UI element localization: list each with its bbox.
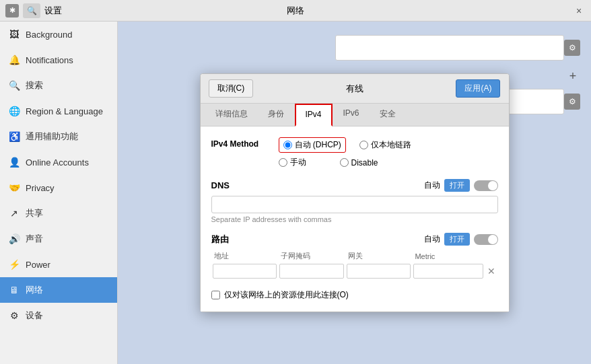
radio-link-local-label: 仅本地链路: [371, 139, 411, 151]
wired-dialog: 取消(C) 有线 应用(A) 详细信息 身份 IPv4 IPv6 安全 IPv: [200, 73, 510, 312]
radio-manual-input[interactable]: [279, 158, 287, 167]
ipv4-method-row: IPv4 Method 自动 (DHCP) 仅本地链路: [211, 137, 498, 168]
sidebar-item-background[interactable]: 🖼 Background: [0, 22, 117, 47]
dialog-tabs: 详细信息 身份 IPv4 IPv6 安全: [201, 104, 509, 126]
route-delete-button[interactable]: ✕: [486, 266, 497, 277]
route-subnet-input[interactable]: [279, 264, 344, 279]
sidebar-item-devices[interactable]: ⚙ 设备: [0, 303, 117, 328]
sidebar-item-power[interactable]: ⚡ Power: [0, 252, 117, 277]
radio-disable-label: Disable: [351, 158, 378, 168]
titlebar: ✱ 🔍 设置 网络 ×: [0, 0, 591, 22]
dns-auto-row: 自动 打开: [424, 179, 498, 192]
dns-section: DNS 自动 打开 Separate IP addresses with com…: [211, 179, 498, 223]
dns-section-header: DNS 自动 打开: [211, 179, 498, 192]
sidebar-item-region[interactable]: 🌐 Region & Language: [0, 98, 117, 124]
use-only-checkbox[interactable]: [211, 291, 220, 299]
online-accounts-icon: 👤: [8, 156, 20, 168]
sidebar-item-network[interactable]: 🖥 网络: [0, 277, 117, 303]
settings-icon: ✱: [5, 4, 19, 17]
radio-link-local[interactable]: 仅本地链路: [359, 137, 411, 153]
sidebar-item-label: Background: [26, 30, 72, 40]
radio-auto-dhcp-label: 自动 (DHCP): [295, 139, 341, 151]
dns-title: DNS: [211, 180, 230, 190]
radio-manual[interactable]: 手动: [279, 157, 306, 168]
sidebar-item-label: 通用辅助功能: [26, 131, 78, 143]
window-title: 网络: [287, 5, 304, 17]
close-button[interactable]: ×: [572, 4, 586, 17]
checkbox-label: 仅对该网络上的资源使用此连接(O): [224, 289, 349, 301]
routes-toggle-thumb: [488, 235, 497, 244]
sidebar-item-label: 搜索: [26, 79, 43, 92]
accessibility-icon: ♿: [8, 131, 20, 143]
sidebar-item-label: 共享: [26, 207, 43, 219]
tab-security[interactable]: 安全: [370, 104, 405, 126]
radio-disable[interactable]: Disable: [340, 157, 378, 168]
radio-auto-dhcp-input[interactable]: [283, 141, 292, 149]
cancel-button[interactable]: 取消(C): [209, 79, 254, 98]
dns-input[interactable]: [211, 196, 498, 213]
route-gateway-input[interactable]: [347, 264, 411, 279]
sidebar-item-label: 网络: [26, 284, 43, 296]
sidebar-item-notifications[interactable]: 🔔 Notifications: [0, 47, 117, 73]
devices-icon: ⚙: [8, 310, 20, 322]
sidebar-item-sharing[interactable]: ↗ 共享: [0, 201, 117, 226]
sidebar-item-label: 声音: [26, 233, 43, 245]
method-options: 自动 (DHCP) 仅本地链路 手动: [279, 137, 411, 168]
dialog-content: IPv4 Method 自动 (DHCP) 仅本地链路: [201, 126, 509, 312]
tab-ipv6[interactable]: IPv6: [334, 104, 369, 126]
radio-auto-dhcp[interactable]: 自动 (DHCP): [279, 137, 346, 153]
dns-toggle-track[interactable]: [474, 180, 498, 191]
sidebar-item-accessibility[interactable]: ♿ 通用辅助功能: [0, 124, 117, 149]
sidebar-item-label: Notifications: [26, 55, 73, 65]
search-button[interactable]: 🔍: [23, 3, 40, 18]
radio-link-local-input[interactable]: [359, 141, 368, 149]
main-container: 🖼 Background 🔔 Notifications 🔍 搜索 🌐 Regi…: [0, 22, 591, 364]
sharing-icon: ↗: [8, 207, 20, 219]
sidebar-item-search[interactable]: 🔍 搜索: [0, 73, 117, 98]
tab-identity[interactable]: 身份: [258, 104, 293, 126]
routes-toggle[interactable]: 打开: [444, 233, 470, 246]
dialog-header: 取消(C) 有线 应用(A): [201, 74, 509, 104]
routes-table: 地址 子网掩码 网关 Metric: [211, 250, 498, 280]
power-icon: ⚡: [8, 258, 20, 270]
routes-title: 路由: [211, 233, 229, 246]
background-icon: 🖼: [8, 28, 20, 40]
table-row: ✕: [211, 262, 498, 280]
network-icon: 🖥: [8, 284, 20, 296]
sidebar-item-label: 设备: [26, 310, 43, 322]
routes-auto-row: 自动 打开: [424, 233, 498, 246]
col-address: 地址: [211, 250, 279, 262]
routes-section: 路由 自动 打开: [211, 233, 498, 280]
routes-auto-label: 自动: [424, 233, 440, 245]
content-area: ⚙ + ⚙ 取消(C) 有线 应用(A) 详细信息 身份 IPv4 IPv6: [118, 22, 591, 364]
privacy-icon: 🤝: [8, 182, 20, 194]
sidebar-item-label: Online Accounts: [26, 157, 89, 168]
col-metric: Metric: [412, 250, 484, 262]
notifications-icon: 🔔: [8, 54, 20, 66]
dns-toggle[interactable]: 打开: [444, 179, 470, 192]
sidebar: 🖼 Background 🔔 Notifications 🔍 搜索 🌐 Regi…: [0, 22, 118, 364]
method-options-row-1: 自动 (DHCP) 仅本地链路: [279, 137, 411, 153]
sidebar-item-sound[interactable]: 🔊 声音: [0, 226, 117, 252]
sound-icon: 🔊: [8, 233, 20, 245]
sidebar-item-privacy[interactable]: 🤝 Privacy: [0, 175, 117, 201]
route-address-input[interactable]: [213, 264, 277, 279]
radio-disable-input[interactable]: [340, 158, 349, 167]
region-icon: 🌐: [8, 105, 20, 117]
route-metric-input[interactable]: [413, 264, 483, 279]
radio-manual-label: 手动: [290, 157, 306, 168]
tab-ipv4[interactable]: IPv4: [295, 104, 333, 126]
apply-button[interactable]: 应用(A): [456, 79, 500, 98]
tab-details[interactable]: 详细信息: [206, 104, 257, 126]
dialog-overlay: 取消(C) 有线 应用(A) 详细信息 身份 IPv4 IPv6 安全 IPv: [118, 22, 591, 364]
col-gateway: 网关: [345, 250, 413, 262]
sidebar-item-label: Privacy: [26, 183, 55, 193]
method-options-row-2: 手动 Disable: [279, 157, 411, 168]
settings-label: 设置: [44, 5, 62, 17]
sidebar-item-online-accounts[interactable]: 👤 Online Accounts: [0, 149, 117, 175]
dns-hint: Separate IP addresses with commas: [211, 215, 498, 223]
sidebar-item-label: Region & Language: [26, 106, 103, 116]
method-label: IPv4 Method: [211, 137, 279, 149]
routes-toggle-track[interactable]: [474, 234, 498, 245]
dns-auto-label: 自动: [424, 180, 440, 191]
